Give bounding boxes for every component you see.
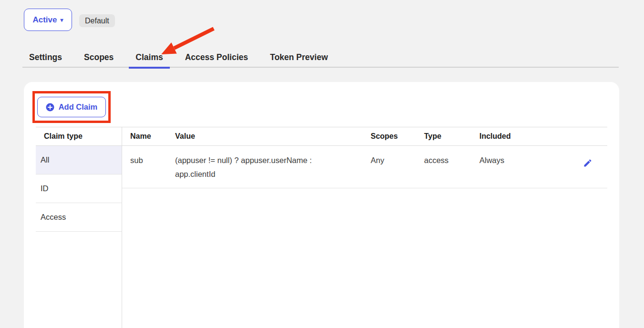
claims-table: Name Value Scopes Type Included sub (app…	[122, 127, 607, 188]
default-badge: Default	[79, 14, 115, 27]
column-header-type: Type	[416, 127, 471, 145]
edit-pencil-icon	[583, 158, 592, 168]
column-header-name: Name	[122, 127, 167, 145]
column-header-value: Value	[167, 127, 363, 145]
tab-token-preview[interactable]: Token Preview	[263, 47, 334, 68]
claim-scopes: Any	[363, 146, 416, 188]
column-header-included: Included	[471, 127, 565, 145]
active-status-dropdown[interactable]: Active ▾	[24, 9, 72, 31]
claim-type-value: access	[416, 146, 471, 188]
claim-type-item-access[interactable]: Access	[36, 203, 122, 232]
tab-settings[interactable]: Settings	[22, 47, 69, 68]
edit-claim-button[interactable]	[583, 158, 592, 168]
claim-type-item-all[interactable]: All	[36, 146, 122, 174]
claims-card: Add Claim Claim type All ID Access Name …	[24, 82, 619, 328]
active-status-label: Active	[32, 15, 57, 25]
claim-value-text: (appuser != null) ? appuser.userName : a…	[175, 154, 332, 181]
claim-type-header: Claim type	[36, 127, 122, 146]
column-header-actions	[565, 127, 607, 145]
claim-actions	[565, 146, 607, 188]
tab-scopes[interactable]: Scopes	[77, 47, 120, 68]
claim-value: (appuser != null) ? appuser.userName : a…	[167, 146, 363, 188]
claim-type-sidebar: Claim type All ID Access	[36, 127, 122, 328]
caret-down-icon: ▾	[61, 17, 63, 23]
claim-type-item-id[interactable]: ID	[36, 174, 122, 203]
claim-included: Always	[471, 146, 565, 188]
token-claims-page: Active ▾ Default Settings Scopes Claims …	[0, 0, 644, 328]
column-header-scopes: Scopes	[363, 127, 416, 145]
claim-row-sub: sub (appuser != null) ? appuser.userName…	[122, 146, 607, 188]
claims-table-header: Name Value Scopes Type Included	[122, 127, 607, 146]
tab-access-policies[interactable]: Access Policies	[178, 47, 255, 68]
add-claim-button[interactable]: Add Claim	[37, 97, 106, 117]
claim-name: sub	[122, 146, 167, 188]
tab-bar: Settings Scopes Claims Access Policies T…	[22, 47, 619, 68]
tab-claims[interactable]: Claims	[129, 47, 169, 68]
add-claim-label: Add Claim	[59, 102, 98, 112]
plus-circle-icon	[46, 103, 54, 112]
